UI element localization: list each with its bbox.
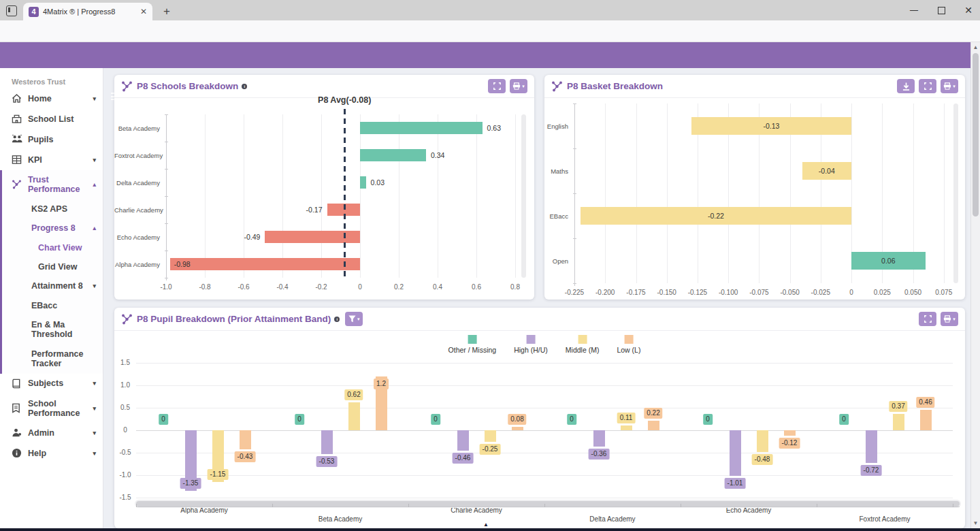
sidebar-item-ks2-aps[interactable]: KS2 APS: [2, 199, 103, 219]
bar-foxtrot-academy-high-h-u[interactable]: [866, 430, 877, 463]
y-tick-label: 1.0: [120, 381, 130, 389]
taskbar-tray-caret[interactable]: ▲: [483, 521, 489, 528]
gridline: [136, 498, 953, 498]
info-icon[interactable]: i: [334, 317, 340, 322]
tab-close-icon[interactable]: ✕: [140, 7, 147, 16]
legend-item-low-l[interactable]: Low (L): [617, 335, 640, 354]
gridline: [136, 363, 953, 364]
page-scrollbar[interactable]: ▲ ▼: [970, 42, 980, 528]
bar-foxtrot-academy-middle-m[interactable]: [893, 414, 904, 430]
sidebar-item-grid-view[interactable]: Grid View: [2, 257, 103, 276]
scroll-up-icon[interactable]: ▲: [971, 44, 980, 50]
value-box: -1.35: [180, 478, 201, 489]
value-label: 0.03: [371, 178, 385, 187]
info-icon[interactable]: i: [242, 84, 247, 89]
basket-chart: -0.225-0.200-0.175-0.150-0.125-0.100-0.0…: [544, 98, 965, 300]
x-tick-label: 0.075: [935, 289, 952, 296]
schoolperf-icon: [12, 403, 22, 414]
p8-basket-breakdown-card: P8 Basket Breakdown ▾ -0.225-0.200-0.175…: [544, 75, 965, 300]
bar-alpha-academy[interactable]: [170, 258, 360, 270]
legend-item-middle-m[interactable]: Middle (M): [566, 335, 600, 354]
download-button[interactable]: [897, 79, 915, 93]
bar-alpha-academy-low-l[interactable]: [240, 430, 251, 449]
y-tick-label: -1.5: [119, 494, 131, 501]
chevron-down-icon: ▾: [93, 283, 96, 289]
bar-charlie-academy-low-l[interactable]: [512, 427, 523, 430]
bar-delta-academy-high-h-u[interactable]: [593, 430, 605, 447]
sidebar-item-attainment-8[interactable]: Attainment 8▾: [2, 276, 103, 295]
sidebar-item-en-ma-threshold[interactable]: En & Ma Threshold: [2, 315, 103, 344]
browser-tab[interactable]: 4 4Matrix ® | Progress8 ✕: [23, 3, 152, 20]
value-box: -1.01: [725, 478, 746, 489]
schools-chart: -1.0-0.8-0.6-0.4-0.200.20.40.60.8Beta Ac…: [114, 98, 534, 300]
chart-hscrollbar[interactable]: [136, 501, 960, 506]
value-box: 0: [159, 414, 168, 425]
scroll-down-icon[interactable]: ▼: [971, 520, 980, 526]
sidebar-item-label: En & Ma Threshold: [31, 320, 99, 340]
bar-echo-academy-low-l[interactable]: [784, 430, 796, 436]
expand-button[interactable]: [488, 79, 506, 93]
bar-echo-academy[interactable]: [265, 231, 360, 243]
legend-item-high-h-u[interactable]: High (H/U): [514, 335, 548, 354]
gridline: [205, 114, 206, 278]
legend-label: High (H/U): [514, 346, 548, 354]
sidebar-item-ebacc[interactable]: EBacc: [2, 296, 103, 315]
x-tick-label: -0.125: [688, 289, 707, 296]
sidebar-item-home[interactable]: Home▾: [0, 88, 103, 109]
sidebar-item-label: EBacc: [31, 301, 57, 310]
legend-item-other-missing[interactable]: Other / Missing: [448, 335, 497, 354]
bar-beta-academy-middle-m[interactable]: [348, 402, 360, 430]
print-button[interactable]: ▾: [510, 79, 527, 93]
chart-scrollbar[interactable]: [953, 103, 958, 283]
value-label: -0.17: [306, 206, 323, 214]
bar-delta-academy-middle-m[interactable]: [621, 425, 632, 430]
bar-foxtrot-academy[interactable]: [360, 149, 426, 161]
bar-echo-academy-high-h-u[interactable]: [730, 430, 741, 476]
sidebar-item-label: School List: [28, 114, 74, 124]
sidebar-item-school-list[interactable]: School List: [0, 109, 103, 129]
sidebar-item-subjects[interactable]: Subjects▾: [0, 374, 103, 394]
value-box: 0.62: [344, 389, 363, 400]
value-box: 0: [703, 414, 713, 425]
scrollbar-thumb[interactable]: [973, 53, 979, 216]
chart-filter-button[interactable]: ▾: [345, 312, 363, 326]
sidebar-item-progress-8[interactable]: Progress 8▴: [2, 219, 103, 238]
tab-title: 4Matrix ® | Progress8: [43, 7, 137, 16]
bar-beta-academy-high-h-u[interactable]: [321, 430, 333, 454]
chevron-up-icon: ▴: [93, 225, 96, 231]
sidebar-item-pupils[interactable]: Pupils: [0, 129, 103, 150]
print-button[interactable]: ▾: [941, 312, 958, 326]
bar-delta-academy[interactable]: [360, 176, 366, 189]
y-axis-tick: [573, 148, 576, 149]
sidebar-item-performance-tracker[interactable]: Performance Tracker: [2, 344, 103, 374]
sidebar-item-trust-performance[interactable]: Trust Performance▴: [2, 170, 103, 199]
window-maximize-button[interactable]: [930, 0, 953, 20]
sidebar-item-school-performance[interactable]: School Performance▾: [0, 394, 103, 423]
legend-swatch: [624, 335, 633, 344]
y-axis-tick: [165, 142, 168, 142]
bar-beta-academy[interactable]: [360, 122, 483, 134]
bar-foxtrot-academy-low-l[interactable]: [920, 410, 932, 430]
x-axis-tick: [136, 504, 137, 507]
expand-button[interactable]: [919, 79, 936, 93]
expand-button[interactable]: [919, 312, 936, 326]
sidebar-item-chart-view[interactable]: Chart View: [2, 238, 103, 257]
value-box: 0: [567, 414, 576, 425]
print-button[interactable]: ▾: [941, 79, 958, 93]
sidebar-item-admin[interactable]: Admin▾: [0, 423, 103, 443]
chart-scrollbar[interactable]: [521, 114, 526, 278]
gridline: [515, 114, 516, 278]
bar-delta-academy-low-l[interactable]: [648, 421, 659, 431]
bar-echo-academy-middle-m[interactable]: [757, 430, 768, 452]
bar-charlie-academy-high-h-u[interactable]: [457, 430, 469, 451]
bar-charlie-academy-middle-m[interactable]: [485, 430, 496, 442]
value-box: -0.36: [589, 449, 610, 460]
sidebar-item-kpi[interactable]: KPI▾: [0, 150, 103, 170]
category-label: Charlie Academy: [114, 206, 160, 214]
window-close-button[interactable]: ✕: [957, 0, 980, 20]
new-tab-button[interactable]: +: [158, 3, 176, 20]
window-minimize-button[interactable]: —: [902, 0, 926, 20]
sidebar-item-help[interactable]: Help▾: [0, 443, 103, 464]
tab-actions-icon[interactable]: [6, 5, 17, 16]
value-box: -0.46: [453, 453, 474, 464]
